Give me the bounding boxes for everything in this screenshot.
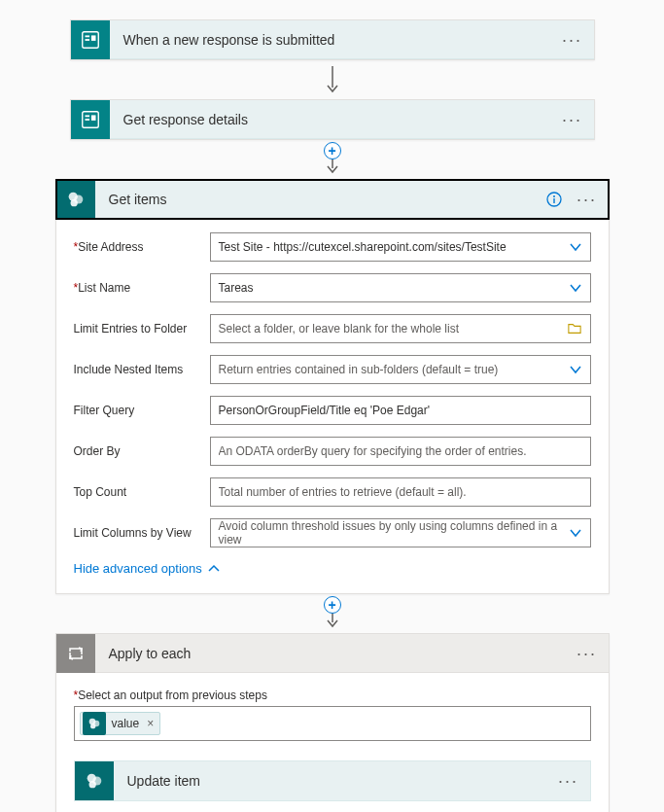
svg-rect-8 bbox=[90, 115, 95, 121]
flow-step-forms-trigger[interactable]: When a new response is submitted ··· bbox=[70, 19, 595, 60]
param-order-by: Order By bbox=[74, 437, 591, 466]
hide-advanced-options-link[interactable]: Hide advanced options bbox=[74, 561, 591, 576]
filter-query-input[interactable] bbox=[210, 396, 591, 425]
step-header[interactable]: Get items ··· bbox=[56, 180, 609, 219]
param-list-name: *List Name Tareas bbox=[74, 273, 591, 302]
svg-rect-3 bbox=[90, 35, 95, 41]
remove-token-button[interactable]: × bbox=[145, 717, 156, 730]
limit-folder-input[interactable] bbox=[210, 314, 591, 343]
param-site-address: *Site Address Test Site - https://cutexc… bbox=[74, 232, 591, 262]
param-include-nested: Include Nested Items Return entries cont… bbox=[74, 355, 591, 384]
sharepoint-icon bbox=[75, 761, 114, 800]
flow-step-update-item[interactable]: Update item ··· bbox=[74, 760, 591, 801]
chevron-down-icon bbox=[569, 281, 582, 295]
insert-step-button[interactable]: + bbox=[324, 142, 341, 159]
loop-icon bbox=[56, 634, 95, 673]
svg-rect-15 bbox=[553, 198, 554, 203]
top-count-field[interactable] bbox=[219, 485, 582, 499]
sharepoint-icon bbox=[83, 712, 106, 735]
step-title: Update item bbox=[114, 773, 555, 789]
param-limit-columns: Limit Columns by View Avoid column thres… bbox=[74, 518, 591, 547]
chevron-down-icon bbox=[569, 240, 582, 254]
chevron-down-icon bbox=[569, 526, 582, 540]
token-value[interactable]: value × bbox=[80, 712, 161, 735]
svg-rect-5 bbox=[82, 111, 98, 127]
step-title: Get response details bbox=[110, 112, 559, 127]
svg-point-12 bbox=[70, 199, 77, 206]
list-name-dropdown[interactable]: Tareas bbox=[210, 273, 591, 302]
include-nested-dropdown[interactable]: Return entries contained in sub-folders … bbox=[210, 355, 591, 384]
param-top-count: Top Count bbox=[74, 477, 591, 507]
flow-step-apply-to-each: Apply to each ··· *Select an output from… bbox=[55, 633, 610, 812]
limit-folder-field[interactable] bbox=[219, 322, 567, 335]
param-limit-folder: Limit Entries to Folder bbox=[74, 314, 591, 343]
order-by-input[interactable] bbox=[210, 437, 591, 466]
connector-arrow bbox=[326, 614, 339, 631]
more-menu-button[interactable]: ··· bbox=[574, 640, 601, 667]
more-menu-button[interactable]: ··· bbox=[574, 186, 601, 213]
output-token-input[interactable]: value × bbox=[74, 706, 591, 741]
order-by-field[interactable] bbox=[219, 444, 582, 458]
info-button[interactable] bbox=[541, 186, 568, 213]
forms-icon bbox=[71, 100, 110, 139]
more-menu-button[interactable]: ··· bbox=[559, 106, 586, 133]
svg-rect-0 bbox=[82, 31, 98, 48]
folder-icon bbox=[567, 322, 582, 335]
top-count-input[interactable] bbox=[210, 477, 591, 507]
step-title: When a new response is submitted bbox=[110, 32, 559, 48]
chevron-up-icon bbox=[208, 563, 220, 575]
step-header[interactable]: Apply to each ··· bbox=[56, 634, 609, 673]
svg-point-19 bbox=[90, 724, 95, 728]
chevron-down-icon bbox=[569, 363, 582, 376]
sharepoint-icon bbox=[56, 180, 95, 219]
limit-columns-dropdown[interactable]: Avoid column threshold issues by only us… bbox=[210, 518, 591, 547]
output-label: *Select an output from previous steps bbox=[74, 688, 591, 702]
connector-arrow bbox=[326, 159, 339, 177]
filter-query-field[interactable] bbox=[219, 404, 582, 417]
flow-step-get-items: Get items ··· *Site Address Test Site - … bbox=[55, 179, 610, 594]
connector-arrow bbox=[326, 66, 339, 93]
site-address-dropdown[interactable]: Test Site - https://cutexcel.sharepoint.… bbox=[210, 232, 591, 262]
param-filter-query: Filter Query bbox=[74, 396, 591, 425]
step-title: Apply to each bbox=[95, 646, 574, 661]
svg-rect-2 bbox=[85, 39, 89, 41]
svg-rect-7 bbox=[85, 119, 89, 121]
svg-rect-6 bbox=[85, 115, 89, 117]
forms-icon bbox=[71, 20, 110, 59]
svg-point-22 bbox=[88, 781, 95, 788]
svg-rect-1 bbox=[85, 35, 89, 37]
flow-step-get-response-details[interactable]: Get response details ··· bbox=[70, 99, 595, 140]
svg-point-14 bbox=[553, 195, 555, 197]
more-menu-button[interactable]: ··· bbox=[559, 26, 586, 53]
step-title: Get items bbox=[95, 192, 541, 207]
insert-step-button[interactable]: + bbox=[324, 596, 341, 614]
more-menu-button[interactable]: ··· bbox=[555, 767, 582, 794]
